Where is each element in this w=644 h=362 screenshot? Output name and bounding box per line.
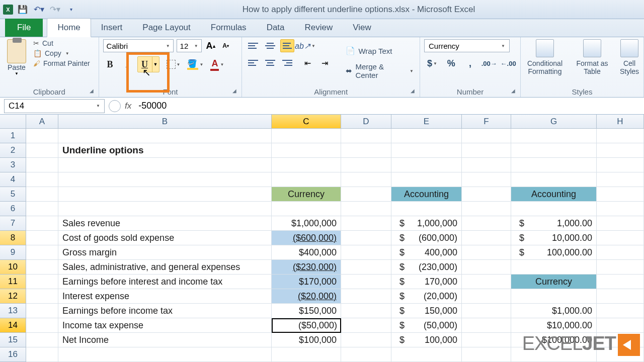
row-header[interactable]: 10 xyxy=(0,260,26,275)
tab-review[interactable]: Review xyxy=(295,19,343,37)
fx-icon[interactable]: fx xyxy=(125,101,131,111)
cell[interactable] xyxy=(341,245,391,260)
cell[interactable] xyxy=(341,172,391,187)
cell-value[interactable]: $400,000 xyxy=(391,245,462,260)
row-header[interactable]: 14 xyxy=(0,318,26,333)
cell[interactable] xyxy=(341,143,391,158)
cell-value[interactable]: $10,000.00 xyxy=(511,231,597,245)
cell[interactable] xyxy=(26,289,58,304)
cell-label[interactable]: Earnings before income tax xyxy=(58,304,272,318)
tab-page-layout[interactable]: Page Layout xyxy=(132,19,200,37)
cancel-button[interactable] xyxy=(109,100,121,112)
underline-dropdown[interactable]: ▼ xyxy=(152,57,159,72)
format-as-table-button[interactable]: Format as Table xyxy=(572,39,612,86)
cell[interactable] xyxy=(511,172,597,187)
cell[interactable] xyxy=(26,304,58,318)
name-box[interactable]: C14▼ xyxy=(4,99,105,113)
cell-active[interactable]: ($50,000) xyxy=(272,318,341,333)
cell-value[interactable]: $400,000 xyxy=(272,245,341,260)
conditional-formatting-button[interactable]: Conditional Formatting xyxy=(525,39,565,86)
cell[interactable] xyxy=(341,333,391,347)
number-format-select[interactable]: Currency▼ xyxy=(424,39,510,52)
cell[interactable] xyxy=(26,202,58,216)
number-dialog-launcher[interactable]: ◢ xyxy=(511,88,518,95)
clipboard-dialog-launcher[interactable]: ◢ xyxy=(90,88,97,95)
row-header[interactable]: 6 xyxy=(0,202,26,216)
col-header-c[interactable]: C xyxy=(272,115,341,128)
fill-color-button[interactable]: 🪣▼ xyxy=(187,59,203,70)
align-center-button[interactable] xyxy=(263,56,277,69)
tab-home[interactable]: Home xyxy=(47,18,91,37)
cell[interactable] xyxy=(341,187,391,202)
font-name-select[interactable]: Calibri▼ xyxy=(103,39,174,52)
cell[interactable] xyxy=(597,172,644,187)
align-top-button[interactable] xyxy=(246,39,260,52)
cell[interactable] xyxy=(462,304,511,318)
cell[interactable] xyxy=(597,129,644,143)
cell[interactable] xyxy=(341,289,391,304)
cell[interactable] xyxy=(462,275,511,289)
cell[interactable] xyxy=(26,158,58,172)
bold-button[interactable]: B xyxy=(103,57,117,72)
cell-label[interactable]: Sales revenue xyxy=(58,216,272,231)
cell[interactable] xyxy=(272,202,341,216)
row-header[interactable]: 8 xyxy=(0,231,26,245)
cell-value[interactable]: $(600,000) xyxy=(391,231,462,245)
cell[interactable] xyxy=(341,231,391,245)
cell-header-currency2[interactable]: Currency xyxy=(511,275,597,289)
tab-data[interactable]: Data xyxy=(257,19,295,37)
cell[interactable] xyxy=(597,158,644,172)
cell[interactable] xyxy=(597,275,644,289)
cell[interactable] xyxy=(462,289,511,304)
cell[interactable] xyxy=(597,143,644,158)
cell-value[interactable]: $1,000.00 xyxy=(511,304,597,318)
cell[interactable] xyxy=(391,347,462,362)
tab-formulas[interactable]: Formulas xyxy=(201,19,257,37)
font-dialog-launcher[interactable]: ◢ xyxy=(232,88,239,95)
select-all-corner[interactable] xyxy=(0,115,26,128)
alignment-dialog-launcher[interactable]: ◢ xyxy=(411,88,418,95)
cell[interactable] xyxy=(597,289,644,304)
italic-button[interactable]: I xyxy=(120,57,134,72)
cell-value[interactable]: $100,000 xyxy=(391,333,462,347)
cell[interactable] xyxy=(462,158,511,172)
align-right-button[interactable] xyxy=(280,56,294,69)
cell-value[interactable]: $150,000 xyxy=(391,304,462,318)
tab-view[interactable]: View xyxy=(343,19,381,37)
cell[interactable] xyxy=(597,187,644,202)
cell[interactable] xyxy=(26,231,58,245)
cell-title[interactable]: Underline options xyxy=(58,143,272,158)
cell[interactable] xyxy=(272,129,341,143)
cell[interactable] xyxy=(462,202,511,216)
cell[interactable] xyxy=(462,347,511,362)
row-header[interactable]: 4 xyxy=(0,172,26,187)
comma-button[interactable]: , xyxy=(462,56,478,70)
cell-value[interactable]: $170,000 xyxy=(272,275,341,289)
cell-value[interactable]: $1,000,000 xyxy=(272,216,341,231)
borders-button[interactable]: ▼ xyxy=(167,60,181,69)
orientation-button[interactable]: ab↗▼ xyxy=(297,39,312,52)
merge-center-button[interactable]: ⬌Merge & Center▼ xyxy=(344,61,416,80)
cut-button[interactable]: ✂Cut xyxy=(33,39,90,47)
cell[interactable] xyxy=(597,202,644,216)
cell-value[interactable]: $100,000 xyxy=(272,333,341,347)
formula-input[interactable]: -50000 xyxy=(136,101,644,111)
cell[interactable] xyxy=(272,158,341,172)
cell-value[interactable]: $10,000.00 xyxy=(511,318,597,333)
align-bottom-button[interactable] xyxy=(280,39,294,52)
row-header[interactable]: 11 xyxy=(0,275,26,289)
increase-decimal-button[interactable]: .00→ xyxy=(481,56,497,70)
decrease-decimal-button[interactable]: ←.00 xyxy=(500,56,516,70)
cell[interactable] xyxy=(597,260,644,275)
cell[interactable] xyxy=(462,143,511,158)
save-button[interactable]: 💾 xyxy=(17,4,28,15)
cell[interactable] xyxy=(58,347,272,362)
font-size-select[interactable]: 12▼ xyxy=(177,39,202,52)
copy-button[interactable]: 📋Copy▼ xyxy=(33,49,90,57)
cell[interactable] xyxy=(597,216,644,231)
col-header-h[interactable]: H xyxy=(597,115,644,128)
underline-button[interactable]: U xyxy=(138,57,152,72)
col-header-b[interactable]: B xyxy=(58,115,272,128)
cell[interactable] xyxy=(391,129,462,143)
cell-value[interactable]: $(50,000) xyxy=(391,318,462,333)
